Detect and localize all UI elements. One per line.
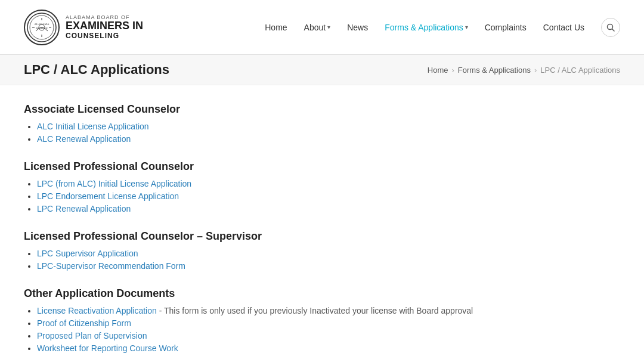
logo-text-block: Alabama Board of Examiners in Counseling — [66, 14, 143, 41]
nav-forms[interactable]: Forms & Applications ▾ — [385, 23, 468, 32]
main-content: Associate Licensed Counselor ALC Initial… — [0, 85, 644, 353]
nav-contact[interactable]: Contact Us — [543, 23, 584, 32]
list-item: LPC Supervisor Application — [37, 249, 620, 258]
list-item: LPC Renewal Application — [37, 204, 620, 213]
list-item: LPC (from ALC) Initial License Applicati… — [37, 179, 620, 188]
search-button[interactable] — [601, 18, 620, 37]
lpc-supervisor-rec-link[interactable]: LPC-Supervisor Recommendation Form — [37, 261, 185, 271]
breadcrumb: Home › Forms & Applications › LPC / ALC … — [428, 66, 620, 75]
lpc-supervisor-links: LPC Supervisor Application LPC-Superviso… — [24, 249, 620, 271]
lpc-links: LPC (from ALC) Initial License Applicati… — [24, 179, 620, 213]
license-reactivation-note: - This form is only used if you previous… — [157, 306, 473, 315]
page-title: LPC / ALC Applications — [24, 62, 169, 78]
alc-renewal-link[interactable]: ALC Renewal Application — [37, 134, 131, 144]
logo-sub-line: Counseling — [66, 32, 143, 40]
nav-news[interactable]: News — [347, 23, 368, 32]
svg-text:ALABAMA: ALABAMA — [34, 23, 49, 26]
section-lpc-heading: Licensed Professional Counselor — [24, 160, 620, 173]
list-item: Proof of Citizenship Form — [37, 318, 620, 328]
list-item: ALC Initial License Application — [37, 122, 620, 131]
site-header: ALABAMA BOARD OF Alabama Board of Examin… — [0, 0, 644, 55]
breadcrumb-sep-2: › — [534, 66, 537, 75]
breadcrumb-home[interactable]: Home — [428, 66, 448, 75]
chevron-down-icon: ▾ — [327, 24, 330, 30]
svg-line-10 — [612, 29, 615, 31]
worksheet-reporting-link[interactable]: Worksheet for Reporting Course Work — [37, 343, 178, 353]
alc-links: ALC Initial License Application ALC Rene… — [24, 122, 620, 144]
list-item: Proposed Plan of Supervision — [37, 331, 620, 340]
section-alc-heading: Associate Licensed Counselor — [24, 103, 620, 116]
breadcrumb-forms[interactable]: Forms & Applications — [458, 66, 531, 75]
lpc-from-alc-link[interactable]: LPC (from ALC) Initial License Applicati… — [37, 179, 191, 188]
lpc-endorsement-link[interactable]: LPC Endorsement License Application — [37, 191, 179, 201]
nav-home[interactable]: Home — [265, 23, 287, 32]
logo-seal: ALABAMA BOARD OF — [24, 10, 60, 45]
logo-main-line: Examiners in — [66, 20, 143, 32]
list-item: Worksheet for Reporting Course Work — [37, 343, 620, 353]
breadcrumb-current: LPC / ALC Applications — [540, 66, 620, 75]
license-reactivation-link[interactable]: License Reactivation Application — [37, 306, 157, 315]
list-item: LPC Endorsement License Application — [37, 191, 620, 201]
nav-about[interactable]: About ▾ — [304, 23, 331, 32]
lpc-renewal-link[interactable]: LPC Renewal Application — [37, 204, 131, 213]
list-item: ALC Renewal Application — [37, 134, 620, 144]
main-nav: Home About ▾ News Forms & Applications ▾… — [265, 18, 620, 37]
list-item: License Reactivation Application - This … — [37, 306, 620, 315]
proof-citizenship-link[interactable]: Proof of Citizenship Form — [37, 318, 131, 328]
section-lpc-supervisor-heading: Licensed Professional Counselor – Superv… — [24, 230, 620, 243]
lpc-supervisor-app-link[interactable]: LPC Supervisor Application — [37, 249, 138, 258]
nav-complaints[interactable]: Complaints — [485, 23, 527, 32]
section-other-heading: Other Application Documents — [24, 287, 620, 300]
breadcrumb-sep-1: › — [452, 66, 454, 75]
alc-initial-link[interactable]: ALC Initial License Application — [37, 122, 149, 131]
other-links: License Reactivation Application - This … — [24, 306, 620, 353]
breadcrumb-section: LPC / ALC Applications Home › Forms & Ap… — [0, 55, 644, 85]
proposed-plan-link[interactable]: Proposed Plan of Supervision — [37, 331, 147, 340]
chevron-down-icon: ▾ — [465, 24, 468, 30]
logo: ALABAMA BOARD OF Alabama Board of Examin… — [24, 10, 143, 45]
list-item: LPC-Supervisor Recommendation Form — [37, 261, 620, 271]
